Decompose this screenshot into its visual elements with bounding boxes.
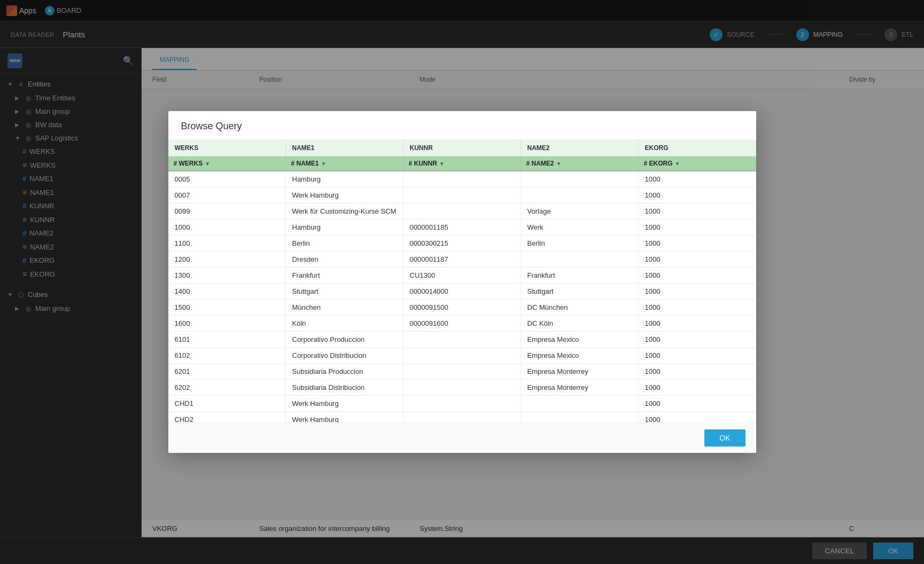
cell-kunnr: 0000001185: [403, 220, 521, 235]
cell-kunnr: [403, 187, 521, 203]
cell-kunnr: [403, 332, 521, 347]
table-row[interactable]: 6102 Corporativo Distribucion Empresa Me…: [168, 348, 756, 364]
table-row[interactable]: 1400 Stuttgart 0000014000 Stuttgart 1000: [168, 284, 756, 300]
modal-col-kunnr: KUNNR: [403, 140, 521, 156]
cell-kunnr: [403, 396, 521, 411]
cell-kunnr: [403, 380, 521, 395]
cell-name1: München: [286, 300, 403, 315]
modal-overlay: Browse Query WERKS NAME1 KUNNR NAME2 EKO…: [0, 0, 924, 564]
cell-ekorg: 1000: [639, 332, 756, 347]
cell-kunnr: 0000091500: [403, 300, 521, 315]
cell-name1: Werk Hamburg: [286, 396, 403, 411]
modal-col-werks: WERKS: [168, 140, 286, 156]
cell-ekorg: 1000: [639, 220, 756, 235]
cell-name2: Vorlage: [521, 203, 639, 219]
cell-werks: CHD1: [168, 396, 286, 411]
table-row[interactable]: 6201 Subsidiaria Produccion Empresa Mont…: [168, 364, 756, 380]
filter-ekorg-arrow: ▼: [675, 161, 680, 167]
table-row[interactable]: 0007 Werk Hamburg 1000: [168, 187, 756, 203]
cell-werks: 0099: [168, 203, 286, 219]
modal-footer: OK: [168, 422, 756, 453]
cell-name1: Stuttgart: [286, 284, 403, 299]
table-row[interactable]: 1300 Frankfurt CU1300 Frankfurt 1000: [168, 268, 756, 284]
cell-ekorg: 1000: [639, 171, 756, 187]
filter-name2-arrow: ▼: [556, 161, 562, 167]
cell-kunnr: 0000014000: [403, 284, 521, 299]
filter-ekorg[interactable]: # EKORG ▼: [639, 156, 756, 170]
cell-name1: Werk Hamburg: [286, 412, 403, 422]
cell-kunnr: 0000091600: [403, 316, 521, 331]
cell-ekorg: 1000: [639, 187, 756, 203]
cell-ekorg: 1000: [639, 396, 756, 411]
filter-werks[interactable]: # WERKS ▼: [168, 156, 286, 170]
cell-name2: Frankfurt: [521, 268, 639, 283]
table-row[interactable]: 1500 München 0000091500 DC München 1000: [168, 300, 756, 316]
table-row[interactable]: 1600 Köln 0000091600 DC Köln 1000: [168, 316, 756, 332]
cell-name1: Hamburg: [286, 171, 403, 187]
cell-name1: Corporativo Distribucion: [286, 348, 403, 363]
filter-name1[interactable]: # NAME1 ▼: [286, 156, 403, 170]
cell-werks: 6101: [168, 332, 286, 347]
filter-kunnr-label: # KUNNR: [409, 160, 437, 167]
cell-ekorg: 1000: [639, 380, 756, 395]
table-row[interactable]: 1100 Berlin 0000300215 Berlin 1000: [168, 236, 756, 252]
filter-name2-label: # NAME2: [526, 160, 554, 167]
cell-werks: 6102: [168, 348, 286, 363]
cell-werks: 1300: [168, 268, 286, 283]
cell-kunnr: [403, 171, 521, 187]
table-row[interactable]: CHD1 Werk Hamburg 1000: [168, 396, 756, 412]
cell-name2: Empresa Monterrey: [521, 364, 639, 379]
cell-ekorg: 1000: [639, 348, 756, 363]
modal-col-ekorg: EKORG: [639, 140, 756, 156]
filter-ekorg-label: # EKORG: [644, 160, 673, 167]
cell-name2: [521, 171, 639, 187]
cell-kunnr: [403, 412, 521, 422]
cell-werks: 1400: [168, 284, 286, 299]
cell-ekorg: 1000: [639, 236, 756, 251]
table-row[interactable]: 6101 Corporativo Produccion Empresa Mexi…: [168, 332, 756, 348]
cell-kunnr: CU1300: [403, 268, 521, 283]
cell-ekorg: 1000: [639, 252, 756, 267]
cell-name2: [521, 187, 639, 203]
cell-kunnr: [403, 203, 521, 219]
cell-werks: 6202: [168, 380, 286, 395]
filter-kunnr[interactable]: # KUNNR ▼: [403, 156, 521, 170]
cell-name1: Frankfurt: [286, 268, 403, 283]
cell-ekorg: 1000: [639, 268, 756, 283]
cell-werks: 1200: [168, 252, 286, 267]
cell-name1: Subsidiaria Distribucion: [286, 380, 403, 395]
table-row[interactable]: CHD2 Werk Hamburg 1000: [168, 412, 756, 422]
table-row[interactable]: 1200 Dresden 0000001187 1000: [168, 252, 756, 268]
browse-query-modal: Browse Query WERKS NAME1 KUNNR NAME2 EKO…: [168, 111, 756, 453]
cell-ekorg: 1000: [639, 412, 756, 422]
filter-name2[interactable]: # NAME2 ▼: [521, 156, 639, 170]
table-row[interactable]: 6202 Subsidiaria Distribucion Empresa Mo…: [168, 380, 756, 396]
cell-name1: Corporativo Produccion: [286, 332, 403, 347]
table-row[interactable]: 1000 Hamburg 0000001185 Werk 1000: [168, 220, 756, 236]
cell-werks: 1000: [168, 220, 286, 235]
cell-ekorg: 1000: [639, 364, 756, 379]
cell-kunnr: [403, 348, 521, 363]
filter-kunnr-arrow: ▼: [439, 161, 445, 167]
table-row[interactable]: 0005 Hamburg 1000: [168, 171, 756, 187]
cell-ekorg: 1000: [639, 316, 756, 331]
cell-name1: Dresden: [286, 252, 403, 267]
cell-name2: [521, 252, 639, 267]
filter-werks-label: # WERKS: [174, 160, 203, 167]
modal-table-header: WERKS NAME1 KUNNR NAME2 EKORG: [168, 140, 756, 156]
cell-name2: DC München: [521, 300, 639, 315]
cell-name1: Berlin: [286, 236, 403, 251]
cell-name1: Subsidiaria Produccion: [286, 364, 403, 379]
cell-name2: [521, 412, 639, 422]
modal-filter-row: # WERKS ▼ # NAME1 ▼ # KUNNR ▼ # NAME2 ▼ …: [168, 156, 756, 171]
modal-col-name2: NAME2: [521, 140, 639, 156]
filter-name1-label: # NAME1: [291, 160, 319, 167]
cell-name2: Stuttgart: [521, 284, 639, 299]
table-row[interactable]: 0099 Werk für Customizing-Kurse SCM Vorl…: [168, 203, 756, 220]
cell-ekorg: 1000: [639, 300, 756, 315]
cell-kunnr: 0000300215: [403, 236, 521, 251]
cell-name2: Empresa Monterrey: [521, 380, 639, 395]
cell-name2: Empresa Mexico: [521, 332, 639, 347]
modal-ok-button[interactable]: OK: [704, 429, 745, 446]
cell-werks: 0007: [168, 187, 286, 203]
